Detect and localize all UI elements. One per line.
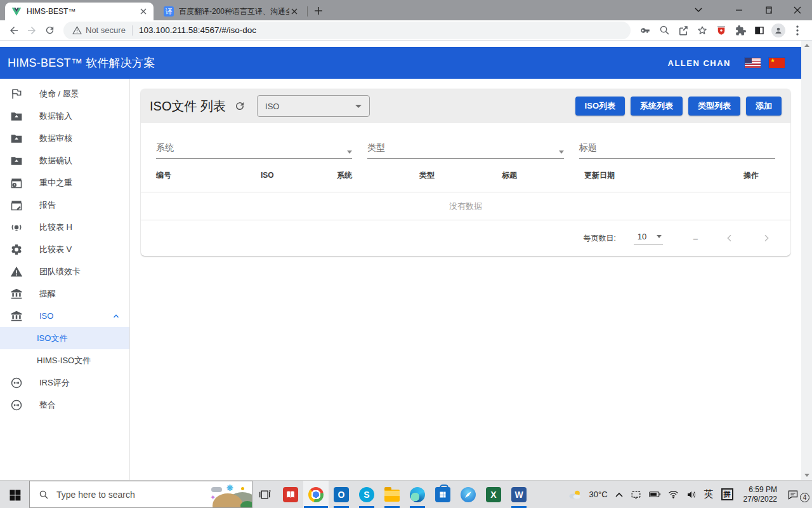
chevron-down-icon [559,150,564,154]
refresh-icon[interactable] [234,100,246,112]
sidebar-item-iso-doc[interactable]: ISO文件 [0,327,129,349]
taskbar-search-box[interactable]: Type here to search ❋ ✦ [29,481,252,508]
tab-search-chevron-icon[interactable] [689,0,708,20]
china-flag-icon[interactable] [769,58,785,68]
wifi-icon[interactable] [668,490,679,498]
url-text[interactable]: 103.100.211.58:4567/#/iso-doc [139,25,256,35]
column-header-iso: ISO [261,171,337,180]
folder-upload-icon [10,110,23,123]
battery-icon[interactable] [649,491,660,498]
browser-titlebar: HIMS-BEST™ 译 百度翻译-200种语言互译、沟通全 [0,0,812,20]
menu-kebab-icon[interactable] [788,22,807,39]
tab-close-icon[interactable] [289,6,299,17]
browser-tab-inactive[interactable]: 译 百度翻译-200种语言互译、沟通全 [157,3,304,20]
side-panel-icon[interactable] [750,22,769,39]
type-filter-select[interactable]: 类型 [367,137,563,159]
forward-button[interactable] [23,22,41,39]
sidebar-item-data-entry[interactable]: 数据输入 [0,105,129,127]
maximize-button[interactable] [754,0,783,20]
taskbar-app-skype[interactable]: S [354,481,379,508]
sidebar-item-integration[interactable]: 整合 [0,394,129,416]
empty-state-text: 没有数据 [141,192,790,220]
temperature-text[interactable]: 30°C [589,490,608,499]
extensions-puzzle-icon[interactable] [731,22,750,39]
share-icon[interactable] [674,22,693,39]
word-icon: W [511,487,527,502]
system-filter-select[interactable]: 系统 [156,137,352,159]
security-status-label[interactable]: Not secure [86,25,126,35]
reload-button[interactable] [41,22,58,39]
back-button[interactable] [5,22,23,39]
zoom-icon[interactable] [655,22,674,39]
idea-bulb-icon [10,221,23,234]
password-key-icon[interactable] [636,22,655,39]
address-bar[interactable]: Not secure 103.100.211.58:4567/#/iso-doc [63,22,631,39]
sidebar-item-team-scorecard[interactable]: 团队绩效卡 [0,260,129,283]
start-button[interactable] [0,481,29,508]
sidebar-item-comparison-h[interactable]: 比较表 H [0,216,129,238]
iso-select[interactable]: ISO [257,95,370,117]
close-window-button[interactable] [783,0,812,20]
taskbar-app-file-explorer[interactable] [379,481,405,508]
taskbar-app-chrome[interactable] [303,481,329,508]
profile-avatar[interactable] [769,22,788,39]
taskbar-app-excel[interactable]: X [481,481,506,508]
sidebar-item-label: ISO [39,311,53,321]
sidebar-item-label: 比较表 H [39,222,72,233]
iso-list-button[interactable]: ISO列表 [575,97,625,116]
notification-center-icon[interactable] [787,490,799,500]
taskbar-app-word[interactable]: W [506,481,532,508]
system-list-button[interactable]: 系统列表 [631,97,683,116]
task-view-button[interactable] [252,481,278,508]
type-list-button[interactable]: 类型列表 [688,97,740,116]
weather-icon[interactable] [568,490,582,500]
taskbar-app-outlook[interactable]: O [329,481,354,508]
scroll-down-arrow-icon[interactable] [804,474,809,477]
sidebar-item-hims-iso-doc[interactable]: HIMS-ISO文件 [0,349,129,371]
volume-icon[interactable] [686,490,697,499]
taskbar-app-edge[interactable] [405,481,430,508]
page-scrollbar[interactable] [801,41,812,480]
page-top-gap [0,41,801,47]
sidebar-item-top-priority[interactable]: 重中之重 [0,171,129,194]
sidebar-item-reminder[interactable]: 提醒 [0,283,129,305]
tab-separator [307,6,308,17]
title-filter-input[interactable]: 标题 [579,137,775,159]
sidebar-item-mission-vision[interactable]: 使命 / 愿景 [0,83,129,105]
clock-date: 27/9/2022 [743,495,777,504]
browser-tab-active[interactable]: HIMS-BEST™ [5,3,154,20]
sidebar-item-irs-score[interactable]: IRS评分 [0,371,129,394]
sidebar-item-comparison-v[interactable]: 比较表 V [0,238,129,260]
new-tab-button[interactable] [310,3,327,19]
page-size-select[interactable]: 10 [634,232,663,244]
taskbar-clock[interactable]: 6:59 PM 27/9/2022 [743,485,777,504]
sidebar-item-data-review[interactable]: 数据审核 [0,127,129,149]
add-button[interactable]: 添加 [746,97,782,116]
taskbar-app-book[interactable] [278,481,303,508]
minimize-button[interactable] [724,0,754,20]
adblock-extension-icon[interactable] [712,22,731,39]
file-explorer-icon [384,490,400,502]
sidebar-item-iso[interactable]: ISO [0,305,129,327]
ime-pinyin-indicator[interactable]: 拼 [721,488,733,500]
show-hidden-icons-chevron[interactable] [615,492,623,497]
bookmark-star-icon[interactable] [693,22,712,39]
sidebar-item-report[interactable]: 报告 [0,194,129,216]
app-title: HIMS-BEST™ 软件解决方案 [8,55,155,70]
excel-icon: X [486,487,501,502]
taskbar-app-store[interactable] [430,481,455,508]
page-size-value: 10 [638,232,646,241]
sidebar-item-data-confirm[interactable]: 数据确认 [0,149,129,171]
bank-icon [10,310,23,323]
previous-page-button[interactable] [724,233,735,243]
taskbar-app-compass[interactable] [455,481,481,508]
ime-language-indicator[interactable]: 英 [704,488,714,500]
scroll-up-arrow-icon[interactable] [804,44,809,47]
next-page-button[interactable] [761,233,771,243]
browser-toolbar: Not secure 103.100.211.58:4567/#/iso-doc [0,20,812,41]
sidebar-item-label: 重中之重 [39,177,72,189]
cast-display-icon[interactable] [631,490,641,499]
us-flag-icon[interactable] [745,58,761,68]
user-name[interactable]: ALLEN CHAN [668,58,731,68]
tab-close-icon[interactable] [138,6,148,17]
